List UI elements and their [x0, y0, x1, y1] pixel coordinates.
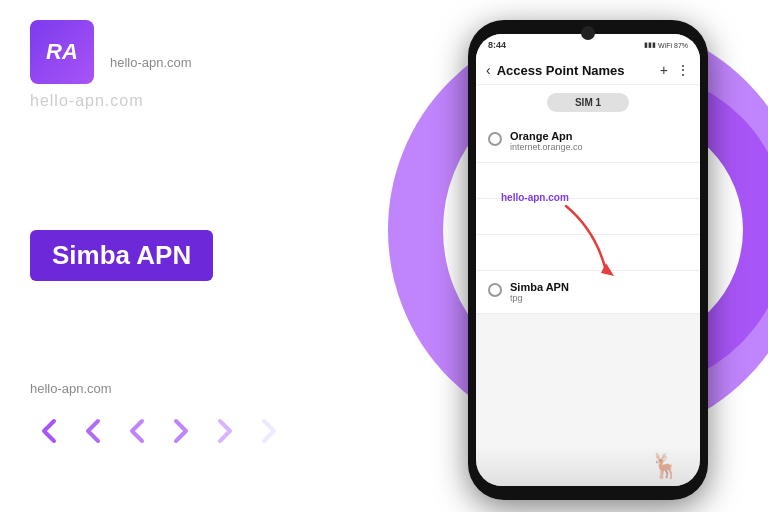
apn-name-orange: Orange Apn — [510, 130, 583, 142]
bottom-image: 🦌 — [476, 446, 700, 486]
logo-area: RA hello-apn.com — [30, 20, 330, 84]
phone-container: 8:44 ▮▮▮ WiFi 87% ‹ Access Point Names +… — [468, 20, 708, 500]
apn-url-orange: internet.orange.co — [510, 142, 583, 152]
phone-camera — [581, 26, 595, 40]
battery-icon: 87% — [674, 42, 688, 49]
status-time: 8:44 — [488, 40, 506, 50]
left-panel: RA hello-apn.com hello-apn.com Simba APN… — [0, 0, 360, 512]
apn-info-simba: Simba APN tpg — [510, 281, 569, 303]
signal-icon: ▮▮▮ — [644, 41, 656, 49]
apn-list: Orange Apn internet.orange.co hello-apn.… — [476, 120, 700, 314]
empty-row-2 — [476, 199, 700, 235]
more-button[interactable]: ⋮ — [676, 62, 690, 78]
phone-frame: 8:44 ▮▮▮ WiFi 87% ‹ Access Point Names +… — [468, 20, 708, 500]
wifi-icon: WiFi — [658, 42, 672, 49]
apn-radio-orange[interactable] — [488, 132, 502, 146]
phone-screen: 8:44 ▮▮▮ WiFi 87% ‹ Access Point Names +… — [476, 34, 700, 486]
sim-tab-area: SIM 1 — [476, 85, 700, 120]
screen-title: Access Point Names — [497, 63, 654, 78]
logo-text: RA — [46, 39, 78, 65]
screen-header: ‹ Access Point Names + ⋮ — [476, 56, 700, 85]
site-url-top: hello-apn.com — [110, 55, 192, 70]
apn-item-orange[interactable]: Orange Apn internet.orange.co — [476, 120, 700, 163]
simba-badge: Simba APN — [30, 230, 213, 281]
apn-item-simba[interactable]: Simba APN tpg — [476, 271, 700, 314]
empty-row-1 — [476, 163, 700, 199]
apn-info-orange: Orange Apn internet.orange.co — [510, 130, 583, 152]
chevron-right-2 — [206, 412, 244, 450]
logo-box: RA — [30, 20, 94, 84]
chevron-left-2 — [74, 412, 112, 450]
chevrons-container — [30, 412, 330, 450]
sim-tab[interactable]: SIM 1 — [547, 93, 629, 112]
chevron-right-1 — [162, 412, 200, 450]
add-button[interactable]: + — [660, 62, 668, 78]
apn-radio-simba[interactable] — [488, 283, 502, 297]
back-button[interactable]: ‹ — [486, 62, 491, 78]
chevron-right-3 — [250, 412, 288, 450]
empty-row-3 — [476, 235, 700, 271]
site-url-bottom: hello-apn.com — [30, 381, 330, 396]
status-icons: ▮▮▮ WiFi 87% — [644, 41, 688, 49]
header-icons: + ⋮ — [660, 62, 690, 78]
deer-icon: 🦌 — [650, 452, 680, 480]
chevron-left-1 — [30, 412, 68, 450]
brand-name: hello-apn.com — [30, 92, 330, 110]
apn-name-simba: Simba APN — [510, 281, 569, 293]
apn-url-simba: tpg — [510, 293, 569, 303]
chevron-left-3 — [118, 412, 156, 450]
